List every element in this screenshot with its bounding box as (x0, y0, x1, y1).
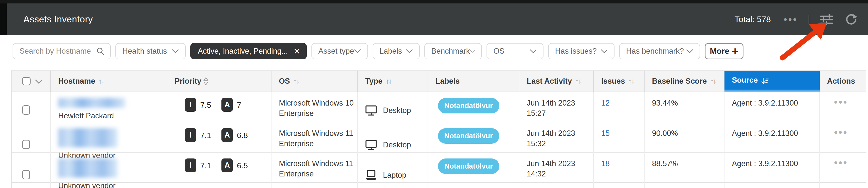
more-filters-label: More (710, 46, 730, 56)
redacted-hostname-link[interactable] (58, 128, 117, 147)
filter-label: Has issues? (555, 47, 597, 55)
column-header-actions: Actions (820, 71, 867, 91)
sort-icon[interactable]: ↑↓ (386, 77, 391, 85)
chevron-down-icon (601, 49, 608, 53)
type-label: Desktop (383, 105, 411, 116)
plus-icon: + (732, 46, 738, 56)
header-divider (809, 15, 809, 24)
row-checkbox[interactable] (22, 170, 30, 179)
sort-icon[interactable]: ↑↓ (575, 77, 581, 85)
issues-link[interactable]: 12 (601, 99, 610, 107)
sort-icon[interactable]: ↑↓ (99, 77, 104, 85)
search-input[interactable] (20, 47, 93, 55)
filter-label: Has benchmark? (626, 47, 684, 55)
active-filter-chip[interactable]: Active, Inactive, Pending... ✕ (190, 43, 307, 59)
sort-icon[interactable]: ↑↓ (628, 77, 634, 85)
type-label: Desktop (383, 140, 411, 150)
label-tag[interactable]: Notandatölvur (438, 98, 499, 113)
filter-bar: Health status Active, Inactive, Pending.… (12, 43, 868, 59)
remove-filter-icon[interactable]: ✕ (294, 47, 300, 56)
row-actions-icon[interactable]: ••• (827, 96, 848, 108)
column-header-labels[interactable]: Labels (428, 71, 519, 91)
sort-desc-icon (761, 77, 769, 84)
table-row: Hewlett Packard I 7.5 A 7 Microsoft Wind… (12, 91, 866, 122)
laptop-icon (365, 170, 377, 181)
asset-score: 6.8 (237, 130, 248, 141)
column-header-priority[interactable]: Priority (171, 71, 272, 91)
select-menu-chevron-icon[interactable] (35, 79, 42, 84)
column-header-os[interactable]: OS ↑↓ (272, 71, 358, 91)
column-header-baseline-score[interactable]: Baseline Score ↑↓ (645, 71, 724, 91)
filter-has-benchmark[interactable]: Has benchmark? (619, 43, 700, 59)
select-all-checkbox[interactable] (22, 77, 31, 85)
page-title: Assets Inventory (24, 14, 93, 25)
chevron-down-icon (354, 49, 361, 53)
sort-icon[interactable]: ↑↓ (293, 77, 299, 85)
redacted-hostname-link[interactable] (58, 98, 125, 108)
filter-label: OS (493, 47, 504, 55)
chevron-down-icon (470, 49, 475, 53)
column-header-type[interactable]: Type ↑↓ (358, 71, 428, 91)
search-box[interactable] (12, 43, 111, 59)
search-icon (96, 47, 105, 55)
column-header-issues[interactable]: Issues ↑↓ (594, 71, 645, 91)
filter-label: Benchmark (431, 47, 470, 55)
filter-asset-type[interactable]: Asset type (311, 43, 368, 59)
issues-link[interactable]: 15 (601, 129, 610, 138)
filter-has-issues[interactable]: Has issues? (548, 43, 615, 59)
header-more-icon[interactable]: ••• (784, 14, 798, 24)
asset-badge: A (221, 128, 233, 142)
sort-icon[interactable]: ↑↓ (710, 77, 716, 85)
total-count: Total: 578 (735, 14, 771, 24)
active-filter-chip-label: Active, Inactive, Pending... (198, 47, 288, 55)
more-filters-button[interactable]: More + (705, 43, 743, 59)
type-cell: Desktop (358, 92, 428, 122)
issues-link[interactable]: 18 (601, 159, 610, 168)
hostname-cell: Hewlett Packard (51, 92, 171, 122)
type-label: Laptop (383, 170, 406, 180)
header-checkbox-cell (12, 71, 51, 91)
table-row: Unknown vendor I 7.1 A 6.5 Microsoft Win… (12, 152, 866, 182)
desktop-icon (365, 140, 377, 150)
refresh-icon[interactable] (845, 13, 858, 26)
vendor-name: Hewlett Packard (58, 111, 168, 121)
row-actions-icon[interactable]: ••• (827, 126, 848, 138)
filter-benchmark[interactable]: Benchmark (424, 43, 482, 59)
filter-label: Health status (122, 47, 167, 55)
impact-score: 7.1 (200, 130, 211, 141)
column-settings-icon[interactable] (820, 14, 833, 25)
table-header-row: Hostname ↑↓ Priority OS ↑↓ Type ↑↓ Label… (12, 71, 866, 91)
redacted-hostname-link[interactable] (58, 158, 117, 178)
label-tag[interactable]: Notandatölvur (438, 128, 499, 144)
label-tag[interactable]: Notandatölvur (438, 158, 499, 174)
last-activity-cell: Jun 14th 2023 15:27 (519, 92, 594, 122)
chevron-down-icon (530, 49, 536, 53)
labels-cell: Notandatölvur (428, 92, 519, 122)
row-checkbox[interactable] (22, 140, 30, 149)
filter-label: Asset type (318, 47, 354, 55)
impact-badge: I (185, 158, 196, 172)
app-header: Assets Inventory Total: 578 ••• (7, 3, 868, 35)
filter-os[interactable]: OS (487, 43, 544, 59)
filter-labels[interactable]: Labels (373, 43, 420, 59)
asset-score: 7 (237, 100, 241, 111)
impact-score: 7.1 (200, 160, 211, 171)
impact-score: 7.5 (200, 100, 211, 111)
window-top-strip (0, 0, 868, 3)
row-checkbox-cell (12, 92, 51, 122)
filter-label: Labels (379, 47, 402, 55)
filter-health-status[interactable]: Health status (115, 43, 186, 59)
row-checkbox[interactable] (22, 105, 30, 115)
actions-cell: ••• (820, 92, 867, 122)
source-cell: Agent : 3.9.2.11300 (724, 92, 820, 122)
chevron-down-icon (406, 49, 413, 53)
impact-badge: I (185, 98, 196, 112)
column-header-last-activity[interactable]: Last Activity ↑↓ (519, 71, 594, 91)
sort-triangles-icon[interactable] (203, 77, 209, 85)
app-header-band: Assets Inventory Total: 578 ••• (0, 3, 868, 35)
assets-table: Hostname ↑↓ Priority OS ↑↓ Type ↑↓ Label… (11, 70, 866, 188)
column-header-source[interactable]: Source (724, 71, 820, 91)
row-actions-icon[interactable]: ••• (827, 157, 848, 168)
column-header-hostname[interactable]: Hostname ↑↓ (51, 71, 171, 91)
table-row-partial (12, 182, 866, 188)
